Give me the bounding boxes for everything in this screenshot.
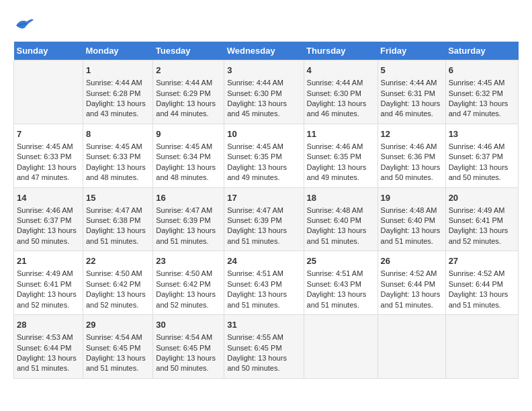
day-number: 25: [307, 255, 375, 267]
day-number: 18: [307, 192, 375, 204]
calendar-header: SundayMondayTuesdayWednesdayThursdayFrid…: [14, 42, 519, 60]
calendar-cell: [378, 315, 445, 379]
sunset-text: Sunset: 6:30 PM: [227, 89, 300, 99]
sunset-text: Sunset: 6:29 PM: [156, 89, 221, 99]
day-number: 10: [227, 128, 300, 140]
daylight-text: Daylight: 13 hours and 51 minutes.: [17, 353, 80, 374]
daylight-text: Daylight: 13 hours and 51 minutes.: [381, 226, 443, 246]
sunrise-text: Sunrise: 4:44 AM: [86, 78, 150, 88]
day-number: 8: [86, 128, 150, 140]
calendar-cell: 16Sunrise: 4:47 AMSunset: 6:39 PMDayligh…: [153, 187, 224, 251]
calendar-week-3: 21Sunrise: 4:49 AMSunset: 6:41 PMDayligh…: [14, 251, 519, 315]
sunset-text: Sunset: 6:39 PM: [227, 216, 300, 226]
calendar-cell: 23Sunrise: 4:50 AMSunset: 6:42 PMDayligh…: [153, 251, 224, 315]
sunset-text: Sunset: 6:45 PM: [86, 343, 150, 353]
sunset-text: Sunset: 6:33 PM: [17, 152, 80, 162]
calendar-cell: 10Sunrise: 4:45 AMSunset: 6:35 PMDayligh…: [224, 124, 304, 187]
sunrise-text: Sunrise: 4:45 AM: [86, 142, 150, 152]
sunrise-text: Sunrise: 4:46 AM: [17, 205, 80, 216]
day-number: 15: [86, 192, 150, 204]
sunrise-text: Sunrise: 4:44 AM: [156, 78, 221, 88]
sunrise-text: Sunrise: 4:52 AM: [449, 269, 515, 279]
sunset-text: Sunset: 6:45 PM: [156, 343, 221, 353]
day-number: 21: [17, 255, 80, 267]
calendar-cell: 24Sunrise: 4:51 AMSunset: 6:43 PMDayligh…: [224, 251, 304, 315]
sunrise-text: Sunrise: 4:50 AM: [156, 269, 221, 279]
sunset-text: Sunset: 6:43 PM: [227, 279, 300, 289]
calendar-cell: 20Sunrise: 4:49 AMSunset: 6:41 PMDayligh…: [445, 187, 518, 251]
daylight-text: Daylight: 13 hours and 50 minutes.: [227, 353, 300, 374]
sunrise-text: Sunrise: 4:54 AM: [86, 332, 150, 342]
sunrise-text: Sunrise: 4:51 AM: [227, 269, 300, 279]
daylight-text: Daylight: 13 hours and 50 minutes.: [449, 163, 515, 183]
calendar-cell: 29Sunrise: 4:54 AMSunset: 6:45 PMDayligh…: [83, 315, 152, 379]
sunset-text: Sunset: 6:32 PM: [449, 89, 515, 99]
daylight-text: Daylight: 13 hours and 45 minutes.: [227, 99, 300, 120]
sunset-text: Sunset: 6:38 PM: [86, 216, 150, 226]
day-number: 7: [17, 128, 80, 140]
sunrise-text: Sunrise: 4:50 AM: [86, 269, 150, 279]
header-friday: Friday: [378, 42, 445, 60]
sunset-text: Sunset: 6:37 PM: [449, 152, 515, 162]
day-number: 4: [307, 64, 375, 77]
page-header: [13, 13, 519, 35]
day-number: 1: [86, 64, 150, 77]
day-number: 2: [156, 64, 221, 77]
day-number: 20: [449, 192, 515, 204]
day-number: 11: [307, 128, 375, 140]
day-number: 9: [156, 128, 221, 140]
sunrise-text: Sunrise: 4:46 AM: [449, 142, 515, 152]
daylight-text: Daylight: 13 hours and 51 minutes.: [86, 353, 150, 374]
daylight-text: Daylight: 13 hours and 49 minutes.: [307, 163, 375, 183]
day-number: 17: [227, 192, 300, 204]
calendar-cell: 25Sunrise: 4:51 AMSunset: 6:43 PMDayligh…: [304, 251, 378, 315]
daylight-text: Daylight: 13 hours and 51 minutes.: [449, 289, 515, 310]
daylight-text: Daylight: 13 hours and 51 minutes.: [307, 289, 375, 310]
daylight-text: Daylight: 13 hours and 49 minutes.: [227, 163, 300, 183]
sunrise-text: Sunrise: 4:49 AM: [449, 205, 515, 216]
day-number: 28: [17, 319, 80, 331]
day-number: 22: [86, 255, 150, 267]
calendar-cell: [14, 60, 83, 124]
sunrise-text: Sunrise: 4:45 AM: [156, 142, 221, 152]
daylight-text: Daylight: 13 hours and 50 minutes.: [381, 163, 443, 183]
calendar-cell: 18Sunrise: 4:48 AMSunset: 6:40 PMDayligh…: [304, 187, 378, 251]
day-number: 31: [227, 319, 300, 331]
daylight-text: Daylight: 13 hours and 46 minutes.: [381, 99, 443, 120]
daylight-text: Daylight: 13 hours and 51 minutes.: [307, 226, 375, 246]
logo-icon: [13, 13, 35, 35]
daylight-text: Daylight: 13 hours and 48 minutes.: [86, 163, 150, 183]
sunset-text: Sunset: 6:35 PM: [227, 152, 300, 162]
sunrise-text: Sunrise: 4:53 AM: [17, 332, 80, 342]
day-number: 6: [449, 64, 515, 77]
sunset-text: Sunset: 6:45 PM: [227, 343, 300, 353]
calendar-cell: 21Sunrise: 4:49 AMSunset: 6:41 PMDayligh…: [14, 251, 83, 315]
sunrise-text: Sunrise: 4:46 AM: [307, 142, 375, 152]
daylight-text: Daylight: 13 hours and 44 minutes.: [156, 99, 221, 120]
calendar-cell: 31Sunrise: 4:55 AMSunset: 6:45 PMDayligh…: [224, 315, 304, 379]
daylight-text: Daylight: 13 hours and 51 minutes.: [156, 226, 221, 246]
day-number: 26: [381, 255, 443, 267]
daylight-text: Daylight: 13 hours and 51 minutes.: [86, 226, 150, 246]
sunrise-text: Sunrise: 4:45 AM: [227, 142, 300, 152]
sunset-text: Sunset: 6:34 PM: [156, 152, 221, 162]
sunset-text: Sunset: 6:42 PM: [156, 279, 221, 289]
day-number: 5: [381, 64, 443, 77]
calendar-cell: 3Sunrise: 4:44 AMSunset: 6:30 PMDaylight…: [224, 60, 304, 124]
calendar-table: SundayMondayTuesdayWednesdayThursdayFrid…: [13, 42, 519, 379]
sunset-text: Sunset: 6:40 PM: [381, 216, 443, 226]
daylight-text: Daylight: 13 hours and 47 minutes.: [17, 163, 80, 183]
sunrise-text: Sunrise: 4:55 AM: [227, 332, 300, 342]
calendar-body: 1Sunrise: 4:44 AMSunset: 6:28 PMDaylight…: [14, 60, 519, 379]
header-sunday: Sunday: [14, 42, 83, 60]
sunset-text: Sunset: 6:39 PM: [156, 216, 221, 226]
daylight-text: Daylight: 13 hours and 50 minutes.: [17, 226, 80, 246]
sunrise-text: Sunrise: 4:47 AM: [156, 205, 221, 216]
daylight-text: Daylight: 13 hours and 43 minutes.: [86, 99, 150, 120]
daylight-text: Daylight: 13 hours and 51 minutes.: [227, 226, 300, 246]
sunset-text: Sunset: 6:44 PM: [381, 279, 443, 289]
daylight-text: Daylight: 13 hours and 46 minutes.: [307, 99, 375, 120]
calendar-week-2: 14Sunrise: 4:46 AMSunset: 6:37 PMDayligh…: [14, 187, 519, 251]
sunset-text: Sunset: 6:44 PM: [17, 343, 80, 353]
sunrise-text: Sunrise: 4:44 AM: [381, 78, 443, 88]
